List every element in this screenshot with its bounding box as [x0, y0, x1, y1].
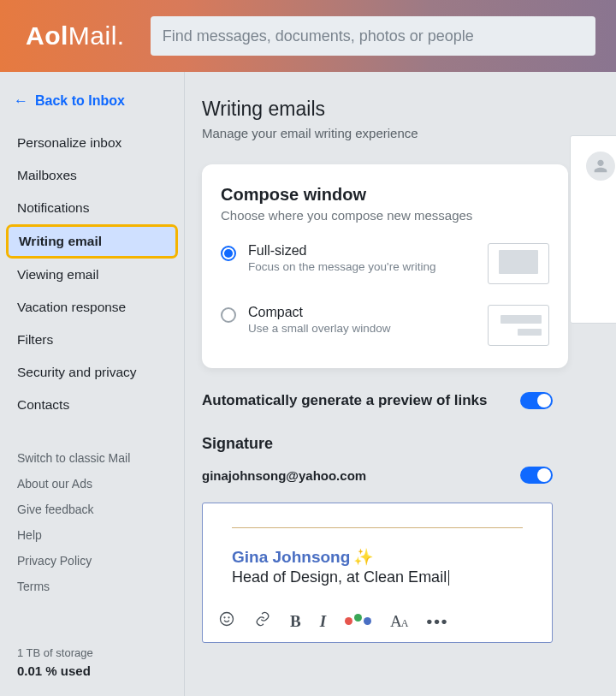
signature-heading: Signature	[202, 435, 616, 453]
option-compact[interactable]: Compact Use a small overlay window	[221, 305, 549, 346]
radio-full-sized[interactable]	[221, 246, 236, 261]
storage-info: 1 TB of storage 0.01 % used	[17, 645, 93, 681]
link-about-ads[interactable]: About our Ads	[0, 471, 184, 497]
italic-icon[interactable]: I	[320, 612, 326, 631]
signature-toolbar: B I AA •••	[203, 602, 552, 642]
option-desc: Focus on the message you're writing	[248, 260, 435, 273]
storage-used: 0.01 % used	[17, 662, 93, 681]
page-title: Writing emails	[202, 98, 616, 121]
radio-compact[interactable]	[221, 307, 236, 323]
signature-account-row: ginajohnsong@yahoo.com	[202, 467, 553, 484]
sidebar-item-security[interactable]: Security and privacy	[0, 356, 184, 389]
link-icon[interactable]	[254, 610, 271, 632]
sidebar-item-mailboxes[interactable]: Mailboxes	[0, 159, 184, 192]
thumb-compact-icon	[488, 305, 549, 346]
back-label: Back to Inbox	[35, 93, 125, 109]
font-icon[interactable]: AA	[390, 612, 407, 631]
signature-toggle[interactable]	[520, 467, 553, 484]
app-header: Aol Mail. Find messages, documents, phot…	[0, 0, 616, 72]
svg-point-0	[221, 613, 234, 626]
logo-light: Mail.	[68, 21, 125, 51]
back-to-inbox-link[interactable]: ← Back to Inbox	[0, 87, 184, 127]
compose-window-card: Compose window Choose where you compose …	[202, 164, 568, 368]
search-input[interactable]: Find messages, documents, photos or peop…	[151, 16, 595, 56]
option-title: Compact	[248, 305, 391, 320]
thumb-full-icon	[488, 243, 549, 284]
logo-bold: Aol	[26, 21, 68, 51]
emoji-icon[interactable]	[218, 610, 235, 632]
sidebar-item-filters[interactable]: Filters	[0, 324, 184, 356]
preview-column: Preview	[570, 98, 616, 324]
sidebar-item-notifications[interactable]: Notifications	[0, 192, 184, 224]
link-help[interactable]: Help	[0, 522, 184, 548]
link-preview-label: Automatically generate a preview of link…	[202, 392, 520, 409]
link-terms[interactable]: Terms	[0, 574, 184, 599]
sidebar-active-label: Writing email	[6, 224, 178, 259]
signature-content[interactable]: Gina Johnsong ✨ Head of Design, at Clean…	[203, 503, 552, 602]
secondary-links: Switch to classic Mail About our Ads Giv…	[0, 445, 184, 599]
svg-point-1	[224, 617, 225, 618]
avatar-icon	[586, 152, 615, 181]
option-title: Full-sized	[248, 243, 435, 259]
sparkle-icon: ✨	[353, 547, 374, 567]
link-feedback[interactable]: Give feedback	[0, 497, 184, 522]
option-desc: Use a small overlay window	[248, 322, 391, 335]
storage-total: 1 TB of storage	[17, 645, 93, 662]
settings-sidebar: ← Back to Inbox Personalize inbox Mailbo…	[0, 72, 185, 696]
signature-editor[interactable]: Gina Johnsong ✨ Head of Design, at Clean…	[202, 503, 553, 643]
sidebar-item-personalize[interactable]: Personalize inbox	[0, 127, 184, 159]
link-preview-setting: Automatically generate a preview of link…	[202, 392, 553, 409]
link-preview-toggle[interactable]	[520, 392, 553, 409]
color-icon[interactable]	[345, 617, 371, 625]
brand-logo: Aol Mail.	[26, 21, 125, 51]
signature-name: Gina Johnsong ✨	[232, 547, 523, 567]
compose-subtitle: Choose where you compose new messages	[221, 208, 549, 223]
page-subtitle: Manage your email writing experience	[202, 126, 616, 140]
preview-box	[570, 135, 616, 324]
divider	[232, 527, 523, 528]
arrow-left-icon: ←	[14, 92, 28, 110]
sidebar-item-viewing-email[interactable]: Viewing email	[0, 259, 184, 291]
main-content: Writing emails Manage your email writing…	[185, 72, 616, 696]
compose-title: Compose window	[221, 185, 549, 205]
sidebar-item-contacts[interactable]: Contacts	[0, 389, 184, 421]
sidebar-item-vacation[interactable]: Vacation response	[0, 291, 184, 324]
sidebar-item-writing-email[interactable]: Writing email	[0, 224, 184, 259]
preview-label: Preview	[578, 98, 616, 115]
signature-role: Head of Design, at Clean Email	[232, 568, 523, 586]
more-icon[interactable]: •••	[427, 612, 449, 631]
link-classic-mail[interactable]: Switch to classic Mail	[0, 445, 184, 471]
option-full-sized[interactable]: Full-sized Focus on the message you're w…	[221, 243, 549, 284]
bold-icon[interactable]: B	[290, 612, 301, 631]
link-privacy[interactable]: Privacy Policy	[0, 548, 184, 574]
signature-email: ginajohnsong@yahoo.com	[202, 468, 520, 483]
svg-point-2	[228, 617, 229, 618]
